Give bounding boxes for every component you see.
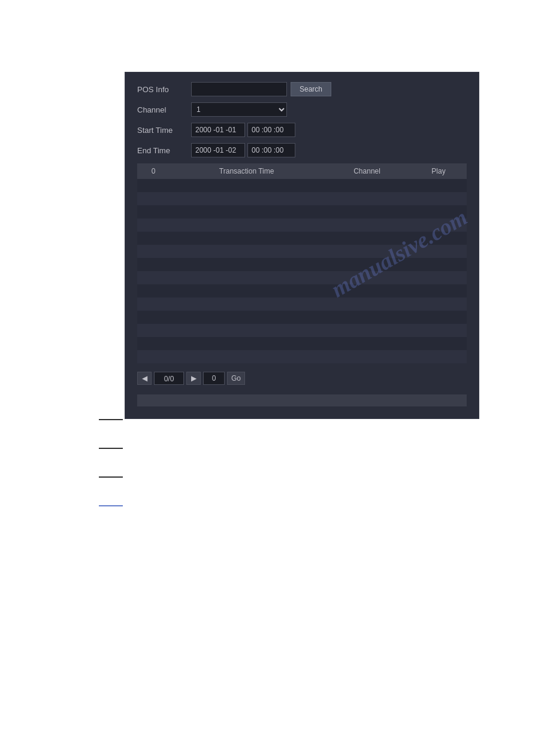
page-info: 0/0 (154, 372, 184, 385)
col-channel: Channel (324, 163, 410, 179)
start-time-input[interactable] (247, 123, 295, 137)
search-button[interactable]: Search (291, 82, 331, 96)
pos-info-row: POS Info Search (137, 82, 467, 96)
sidebar-lines (99, 419, 123, 534)
table-row (137, 218, 467, 232)
start-datetime-group (191, 123, 295, 137)
table-row (137, 205, 467, 218)
start-time-row: Start Time (137, 123, 467, 137)
main-panel: POS Info Search Channel 1 2 3 4 Start Ti… (125, 72, 479, 419)
table-row (137, 232, 467, 245)
table-row (137, 245, 467, 258)
table-row (137, 179, 467, 192)
start-time-label: Start Time (137, 126, 191, 135)
end-datetime-group (191, 143, 295, 157)
table-row (137, 311, 467, 324)
col-transaction-time: Transaction Time (170, 163, 324, 179)
table-row (137, 192, 467, 205)
table-row (137, 350, 467, 363)
bottom-bar (137, 394, 467, 406)
table-row (137, 284, 467, 297)
pagination: ◀ 0/0 ▶ Go (137, 372, 467, 385)
table-row (137, 324, 467, 337)
pos-info-input[interactable] (191, 82, 287, 96)
channel-label: Channel (137, 105, 191, 114)
table-row (137, 258, 467, 271)
table-row (137, 271, 467, 284)
table-header-row: 0 Transaction Time Channel Play (137, 163, 467, 179)
pos-info-label: POS Info (137, 85, 191, 94)
start-date-input[interactable] (191, 123, 245, 137)
sidebar-line-3 (99, 476, 123, 478)
col-index: 0 (137, 163, 170, 179)
col-play: Play (410, 163, 467, 179)
table-row (137, 297, 467, 311)
prev-page-button[interactable]: ◀ (137, 372, 152, 385)
end-time-row: End Time (137, 143, 467, 157)
next-page-button[interactable]: ▶ (186, 372, 201, 385)
results-table: 0 Transaction Time Channel Play (137, 163, 467, 363)
end-date-input[interactable] (191, 143, 245, 157)
sidebar-line-2 (99, 448, 123, 449)
channel-select[interactable]: 1 2 3 4 (191, 102, 287, 117)
go-button[interactable]: Go (227, 372, 245, 385)
sidebar-line-accent (99, 505, 123, 506)
end-time-input[interactable] (247, 143, 295, 157)
end-time-label: End Time (137, 146, 191, 155)
channel-row: Channel 1 2 3 4 (137, 102, 467, 117)
sidebar-line-1 (99, 419, 123, 420)
page-jump-input[interactable] (203, 372, 225, 385)
table-row (137, 337, 467, 350)
